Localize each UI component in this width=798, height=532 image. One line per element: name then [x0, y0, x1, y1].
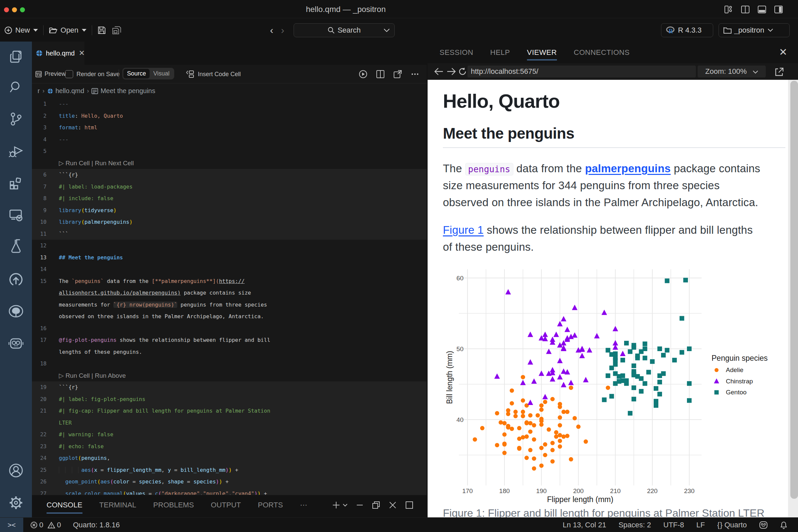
status-bar: >< 0 0 Quarto: 1.8.16 Ln 13, Col 21 Spac… [0, 517, 798, 532]
search-dropdown-chevron-icon[interactable] [384, 28, 390, 32]
panel-tab-console[interactable]: CONSOLE [46, 501, 82, 509]
indentation-status[interactable]: Spaces: 2 [619, 521, 651, 529]
breadcrumb-root[interactable]: r [38, 87, 40, 95]
tab-hello-qmd[interactable]: hello.qmd ✕ [32, 41, 84, 65]
language-label: Quarto [724, 521, 747, 529]
window-title: hello.qmd — _positron [266, 0, 425, 18]
navigate-forward-button[interactable]: › [281, 25, 284, 36]
github-icon[interactable] [8, 304, 24, 319]
breadcrumb-file[interactable]: hello.qmd [56, 87, 84, 95]
split-editor-right-icon[interactable] [376, 70, 385, 78]
save-all-icon[interactable] [112, 26, 121, 35]
right-panel-tab-connections[interactable]: CONNECTIONS [574, 48, 630, 57]
viewer-scrollbar[interactable] [788, 80, 798, 517]
remote-indicator[interactable]: >< [0, 518, 23, 532]
workspace-chevron-icon [768, 28, 773, 32]
split-editor-icon[interactable] [741, 5, 749, 14]
close-window-button[interactable] [4, 7, 9, 12]
viewer-reload-icon[interactable] [458, 67, 467, 76]
secondary-panel: SESSIONHELPVIEWERCONNECTIONS ✕ http://lo… [428, 41, 798, 517]
feedback-smiley-icon[interactable] [759, 521, 768, 529]
svg-text:230: 230 [684, 488, 695, 494]
preview-button[interactable]: Preview [35, 71, 66, 77]
toggle-secondary-sidebar-icon[interactable] [774, 5, 783, 14]
search-view-icon[interactable] [9, 80, 23, 94]
remote-explorer-icon[interactable] [8, 208, 23, 222]
insert-code-cell-button[interactable]: Insert Code Cell [186, 65, 241, 83]
plus-circle-icon [4, 26, 12, 34]
panel-tab-ports[interactable]: PORTS [258, 501, 283, 509]
close-right-panel-icon[interactable]: ✕ [779, 46, 787, 58]
workspace-button[interactable]: _positron [719, 23, 790, 37]
viewer-forward-icon[interactable] [446, 68, 456, 75]
visual-mode-button[interactable]: Visual [150, 69, 173, 78]
maximize-window-button[interactable] [20, 7, 25, 12]
right-panel-tab-session[interactable]: SESSION [440, 48, 473, 57]
test-flask-icon[interactable] [9, 239, 23, 253]
source-control-icon[interactable] [9, 112, 23, 126]
panel-tab-terminal[interactable]: TERMINAL [99, 501, 136, 509]
restore-panel-icon[interactable] [372, 501, 380, 509]
eol-status[interactable]: LF [696, 521, 705, 529]
language-mode-status[interactable]: {} Quarto [717, 521, 747, 529]
assistant-robot-icon[interactable] [8, 337, 24, 350]
right-panel-tab-help[interactable]: HELP [490, 48, 510, 57]
maximize-panel-icon[interactable] [405, 501, 413, 509]
notifications-bell-icon[interactable] [780, 521, 787, 529]
open-dropdown-caret [82, 29, 87, 32]
interpreter-label: R 4.3.3 [678, 26, 702, 35]
run-circle-icon[interactable] [359, 70, 367, 78]
account-icon[interactable] [8, 463, 23, 478]
panel-tab-output[interactable]: OUTPUT [211, 501, 241, 509]
more-actions-icon[interactable] [411, 70, 419, 78]
publish-icon[interactable] [8, 272, 23, 287]
encoding-status[interactable]: UTF-8 [663, 521, 684, 529]
explorer-icon[interactable] [9, 50, 23, 64]
render-on-save-checkbox[interactable]: Render on Save [65, 65, 120, 83]
source-mode-button[interactable]: Source [124, 69, 150, 78]
folder-icon [723, 26, 732, 34]
minimize-window-button[interactable] [12, 7, 17, 12]
source-visual-toggle: Source Visual [122, 68, 174, 79]
open-button[interactable]: Open [49, 26, 87, 35]
toggle-panel-icon[interactable] [758, 5, 766, 14]
close-panel-icon[interactable] [389, 501, 397, 509]
main-toolbar: New Open ‹ › Search R R 4.3.3 [0, 19, 798, 41]
folder-open-icon [49, 26, 58, 34]
close-tab-icon[interactable]: ✕ [79, 49, 85, 58]
search-input[interactable]: Search [293, 23, 395, 37]
breadcrumb-section[interactable]: Meet the penguins [100, 87, 155, 95]
customize-layout-icon[interactable] [724, 5, 733, 14]
save-icon[interactable] [97, 26, 106, 35]
error-icon [30, 521, 38, 529]
problems-status[interactable]: 0 0 [30, 521, 61, 529]
new-console-button[interactable] [332, 501, 347, 509]
panel-more-tabs-icon[interactable]: ⋯ [300, 501, 307, 509]
minimize-panel-icon[interactable] [356, 501, 363, 509]
search-icon [327, 26, 335, 34]
viewer-scrollbar-thumb[interactable] [790, 81, 798, 499]
open-in-browser-icon[interactable] [775, 67, 784, 76]
svg-text:180: 180 [499, 488, 510, 494]
tab-strip: hello.qmd ✕ [32, 41, 426, 65]
extensions-icon[interactable] [9, 176, 23, 190]
viewer-url-field[interactable]: http://localhost:5675/ [468, 65, 696, 77]
right-panel-tab-viewer[interactable]: VIEWER [527, 48, 557, 57]
r-logo-icon: R [666, 26, 675, 34]
panel-tab-problems[interactable]: PROBLEMS [153, 501, 194, 509]
svg-text:Chinstrap: Chinstrap [726, 378, 753, 385]
viewer-zoom-control[interactable]: Zoom: 100% [698, 65, 766, 77]
run-debug-icon[interactable] [8, 144, 23, 158]
new-button[interactable]: New [4, 26, 38, 35]
cursor-position-status[interactable]: Ln 13, Col 21 [563, 521, 606, 529]
insert-cell-icon [186, 70, 195, 78]
quarto-version-status[interactable]: Quarto: 1.8.16 [73, 521, 120, 529]
svg-text:40: 40 [457, 416, 463, 423]
checkbox-icon [65, 70, 73, 78]
settings-gear-icon[interactable] [8, 495, 23, 510]
interpreter-button[interactable]: R R 4.3.3 [661, 23, 713, 37]
viewer-back-icon[interactable] [434, 68, 443, 75]
open-preview-icon[interactable] [393, 70, 402, 78]
navigate-back-button[interactable]: ‹ [270, 25, 273, 36]
code-editor[interactable]: 1---2title: Hello, Quarto3format: html4-… [32, 98, 426, 497]
